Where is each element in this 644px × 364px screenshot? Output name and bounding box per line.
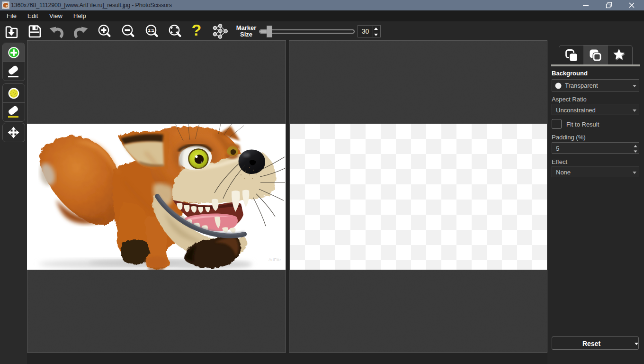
svg-text:ArtFile: ArtFile — [268, 257, 281, 262]
svg-text:?: ? — [192, 21, 202, 39]
svg-text:1:1: 1:1 — [148, 27, 154, 33]
